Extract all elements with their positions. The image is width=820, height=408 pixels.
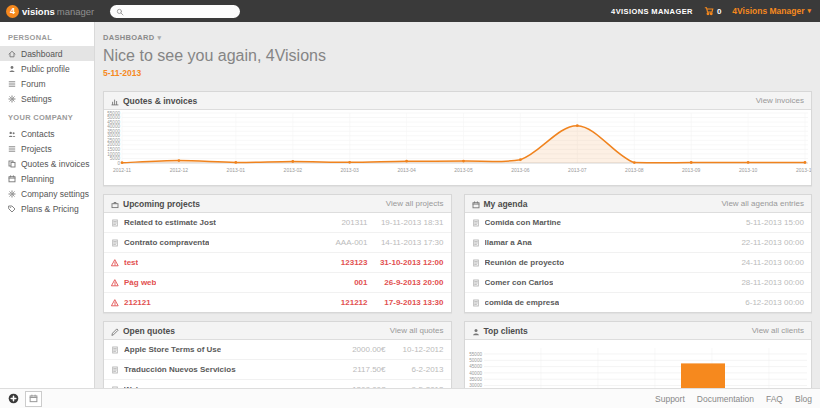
project-code: AAA-001 xyxy=(324,238,368,247)
doc-icon xyxy=(472,259,480,267)
briefcase-icon xyxy=(111,201,119,209)
table-row[interactable]: Comer con Carlos28-11-2013 00:00 xyxy=(465,273,812,293)
project-date: 31-10-2013 12:00 xyxy=(368,258,444,267)
sidebar: PERSONALDashboardPublic profileForumSett… xyxy=(0,22,95,388)
sidebar-item-label: Public profile xyxy=(21,64,70,74)
sidebar-item-company-settings[interactable]: Company settings xyxy=(0,186,94,201)
sidebar-item-label: Company settings xyxy=(21,189,89,199)
row-name: test xyxy=(124,258,138,267)
table-row[interactable]: comida de empresa6-12-2013 00:00 xyxy=(465,293,812,312)
row-name: Traducción Nuevos Servicios xyxy=(124,365,236,374)
brand-manager: manager xyxy=(57,6,95,17)
gear-icon xyxy=(8,190,16,198)
svg-text:35000: 35000 xyxy=(469,377,482,382)
sidebar-item-plans-pricing[interactable]: Plans & Pricing xyxy=(0,201,94,216)
search-icon xyxy=(116,8,124,16)
sidebar-item-planning[interactable]: Planning xyxy=(0,171,94,186)
sidebar-item-dashboard[interactable]: Dashboard xyxy=(0,46,94,61)
row-name: Pàg web xyxy=(124,278,156,287)
search-box[interactable] xyxy=(110,5,240,18)
doc-icon xyxy=(111,346,119,354)
svg-text:2013-03: 2013-03 xyxy=(341,167,360,173)
table-row[interactable]: llamar a Ana22-11-2013 00:00 xyxy=(465,233,812,253)
panel-quotes-invoices: Quotes & invoices View invoices 50001000… xyxy=(103,91,812,186)
sidebar-item-label: Projects xyxy=(21,144,52,154)
sidebar-item-label: Plans & Pricing xyxy=(21,204,79,214)
table-row[interactable]: test12312331-10-2013 12:00 xyxy=(104,253,451,273)
panel-top-clients: Top clients View all clients 55000500004… xyxy=(464,321,813,388)
search-input[interactable] xyxy=(127,7,234,16)
tag-icon xyxy=(8,205,16,213)
doc-icon xyxy=(472,299,480,307)
table-row[interactable]: 21212112121217-9-2013 13:30 xyxy=(104,293,451,312)
breadcrumb[interactable]: DASHBOARD ▾ xyxy=(103,33,812,42)
warning-icon xyxy=(111,299,119,307)
app-logo[interactable]: 4 visions manager xyxy=(0,5,94,18)
sidebar-item-projects[interactable]: Projects xyxy=(0,141,94,156)
row-name: Comida con Martine xyxy=(485,218,561,227)
table-row[interactable]: Reunión de proyecto24-11-2013 00:00 xyxy=(465,253,812,273)
svg-text:15000: 15000 xyxy=(107,147,120,152)
panel-my-agenda-header: My agenda View all agenda entries xyxy=(465,195,812,213)
table-row[interactable]: Traducción Nuevos Servicios2117.50€6-2-2… xyxy=(104,360,451,380)
view-all-quotes-link[interactable]: View all quotes xyxy=(390,326,444,335)
home-icon xyxy=(8,50,16,58)
brand-visions: visions xyxy=(22,6,55,17)
sidebar-item-settings[interactable]: Settings xyxy=(0,91,94,106)
bar-chart-icon xyxy=(111,98,119,106)
sidebar-item-label: Dashboard xyxy=(21,49,63,59)
user-icon xyxy=(8,65,16,73)
top-clients-chart: 5500050000450004000035000300002500020000 xyxy=(465,340,812,388)
table-row[interactable]: Comida con Martine5-11-2013 15:00 xyxy=(465,213,812,233)
cart-count: 0 xyxy=(717,7,721,16)
page-date: 5-11-2013 xyxy=(103,68,812,78)
person-icon xyxy=(472,328,480,336)
table-row[interactable]: Web page1268.00€9-5-2013 xyxy=(104,380,451,388)
calendar-button[interactable] xyxy=(25,391,42,407)
svg-text:2013-11: 2013-11 xyxy=(796,167,811,173)
svg-text:40000: 40000 xyxy=(107,124,120,129)
page-title: Nice to see you again, 4Visions xyxy=(103,47,812,65)
footer-links: SupportDocumentationFAQBlog xyxy=(655,394,812,404)
svg-text:0: 0 xyxy=(117,161,120,166)
table-row[interactable]: Apple Store Terms of Use2000.00€10-12-20… xyxy=(104,340,451,360)
sidebar-item-label: Quotes & invoices xyxy=(21,159,90,169)
add-button[interactable] xyxy=(8,393,19,404)
svg-text:2013-06: 2013-06 xyxy=(511,167,530,173)
view-invoices-link[interactable]: View invoices xyxy=(756,96,804,105)
agenda-date: 24-11-2013 00:00 xyxy=(728,258,804,267)
breadcrumb-label: DASHBOARD xyxy=(103,33,154,42)
table-row[interactable]: Pàg web00126-9-2013 20:00 xyxy=(104,273,451,293)
footer-link-faq[interactable]: FAQ xyxy=(766,394,783,404)
doc-icon xyxy=(111,239,119,247)
user-menu[interactable]: 4Visions Manager ▾ xyxy=(732,6,811,16)
svg-text:45000: 45000 xyxy=(107,120,120,125)
sidebar-item-label: Forum xyxy=(21,79,46,89)
panel-upcoming-projects: Upcoming projects View all projects Rela… xyxy=(103,194,452,313)
footer-link-support[interactable]: Support xyxy=(655,394,685,404)
project-code: 123123 xyxy=(324,258,368,267)
sidebar-section-title: YOUR COMPANY xyxy=(0,106,94,126)
view-all-projects-link[interactable]: View all projects xyxy=(386,199,444,208)
footer-link-blog[interactable]: Blog xyxy=(795,394,812,404)
table-row[interactable]: Related to estimate Jost20131119-11-2013… xyxy=(104,213,451,233)
sidebar-item-public-profile[interactable]: Public profile xyxy=(0,61,94,76)
doc-icon xyxy=(111,219,119,227)
view-all-clients-link[interactable]: View all clients xyxy=(752,326,804,335)
upcoming-projects-list: Related to estimate Jost20131119-11-2013… xyxy=(104,213,451,312)
svg-text:2013-08: 2013-08 xyxy=(625,167,644,173)
calendar-icon xyxy=(29,394,38,403)
list-icon xyxy=(8,80,16,88)
row-name: Reunión de proyecto xyxy=(485,258,565,267)
svg-text:50000: 50000 xyxy=(107,115,120,120)
sidebar-item-forum[interactable]: Forum xyxy=(0,76,94,91)
view-all-agenda-link[interactable]: View all agenda entries xyxy=(721,199,804,208)
sidebar-item-contacts[interactable]: Contacts xyxy=(0,126,94,141)
cart-button[interactable]: 0 xyxy=(704,2,721,20)
app-window: 4 visions manager 4VISIONS MANAGER 0 4Vi… xyxy=(0,0,820,408)
footer-link-documentation[interactable]: Documentation xyxy=(697,394,754,404)
row-name: Contrato compraventa xyxy=(124,238,209,247)
table-row[interactable]: Contrato compraventaAAA-00114-11-2013 17… xyxy=(104,233,451,253)
sidebar-item-quotes-invoices[interactable]: Quotes & invoices xyxy=(0,156,94,171)
users-icon xyxy=(8,130,16,138)
